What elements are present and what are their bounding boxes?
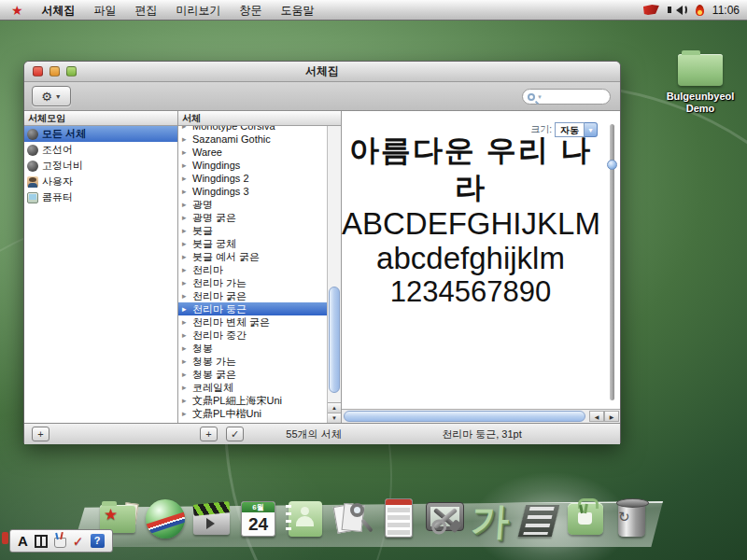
scroll-up-button[interactable]: ▲	[328, 402, 341, 413]
dock-calendar-icon[interactable]: 6월 24	[236, 496, 280, 542]
font-row[interactable]: 청봉 가는	[178, 355, 327, 368]
fonts-header: 서체	[178, 111, 341, 126]
calendar-day: 24	[242, 512, 275, 537]
quick-launch-panel: A ✓ ?	[9, 529, 113, 553]
font-row[interactable]: 文鼎PL細上海宋Uni	[178, 394, 327, 407]
system-tray: 11:06	[643, 4, 747, 17]
add-collection-button[interactable]: +	[32, 427, 49, 441]
validate-font-button[interactable]: ✓	[226, 427, 244, 441]
font-row[interactable]: 광명 굵은	[178, 211, 327, 224]
collection-computer[interactable]: 콤퓨터	[24, 189, 177, 205]
search-icon	[528, 93, 535, 101]
dock-media-player-icon[interactable]	[190, 496, 233, 542]
dock-web-browser-icon[interactable]	[143, 496, 187, 542]
desktop-icon-bulgeunbyeol-demo[interactable]: Bulgeunbyeol Demo	[655, 54, 745, 115]
red-star-menu-icon[interactable]: ★	[11, 3, 23, 18]
menu-edit[interactable]: 편집	[126, 0, 167, 21]
font-row[interactable]: 붓글 궁체	[178, 237, 327, 250]
alert-icon[interactable]	[696, 5, 704, 16]
gear-icon: ⚙	[41, 90, 52, 104]
preview-horizontal-scrollbar[interactable]: ◀ ▶	[342, 409, 620, 423]
font-list-scrollbar[interactable]: ▲ ▼	[327, 126, 341, 423]
scrollbar-thumb[interactable]	[329, 287, 340, 393]
font-globe-icon	[27, 145, 38, 156]
font-row[interactable]: 천리마 변체 굵은	[178, 315, 327, 329]
size-slider-handle[interactable]	[607, 160, 617, 170]
dock-search-icon[interactable]	[330, 496, 374, 542]
collection-all-fonts[interactable]: 모든 서체	[24, 126, 177, 142]
font-row[interactable]: Waree	[178, 146, 327, 159]
desktop: ★ 서체집 파일 편집 미리보기 창문 도움말 11:06 Bulgeunbye…	[0, 0, 747, 560]
font-row[interactable]: 광명	[178, 198, 327, 211]
flag-icon[interactable]	[643, 5, 659, 15]
add-font-button[interactable]: +	[200, 427, 218, 441]
font-list: Monotype Corsiva Sazanami Gothic Waree W…	[178, 126, 327, 423]
font-row[interactable]: Wingdings	[178, 159, 327, 172]
font-row[interactable]: 천리마 굵은	[178, 289, 327, 302]
stamp-check-icon[interactable]: ✓	[73, 534, 84, 549]
collections-column: 서체모임 모든 서체 조선어 고정너비 사용자	[24, 111, 178, 423]
search-input[interactable]: ▼	[522, 89, 611, 105]
scroll-right-button[interactable]: ▶	[604, 411, 619, 422]
dock-address-book-icon[interactable]	[283, 496, 327, 542]
titlebar[interactable]: 서체집	[24, 62, 620, 82]
font-row-selected[interactable]: 천리마 둥근	[178, 302, 327, 315]
fonts-column: 서체 Monotype Corsiva Sazanami Gothic Ware…	[178, 111, 342, 423]
font-row[interactable]: 청봉 굵은	[178, 368, 327, 381]
menu-window[interactable]: 창문	[231, 0, 272, 21]
font-globe-icon	[27, 129, 38, 140]
collection-fixed-width[interactable]: 고정너비	[24, 158, 177, 174]
preview-line-uppercase: ABCDEFGHIJKLM	[342, 206, 599, 241]
menu-app[interactable]: 서체집	[33, 0, 85, 21]
menu-file[interactable]: 파일	[85, 0, 126, 21]
font-row[interactable]: 천리마	[178, 263, 327, 276]
collection-user[interactable]: 사용자	[24, 174, 177, 189]
text-tool-icon[interactable]: A	[18, 533, 28, 549]
preview-line-lowercase: abcdefghijklm	[342, 241, 599, 275]
columns-icon[interactable]	[35, 535, 48, 548]
font-row[interactable]: 청봉	[178, 342, 327, 355]
close-button[interactable]	[33, 66, 43, 77]
font-row[interactable]: 천리마 중간	[178, 329, 327, 342]
font-row[interactable]: 文鼎PL中楷Uni	[178, 407, 327, 420]
preview-line-korean: 아름다운 우리 나라	[342, 132, 599, 206]
size-slider[interactable]	[610, 124, 614, 400]
collection-korean[interactable]: 조선어	[24, 142, 177, 158]
scroll-left-button[interactable]: ◀	[589, 411, 604, 422]
statusbar: + + ✓ 55개의 서체 천리마 둥근, 31pt	[24, 423, 620, 444]
dock-system-settings-icon[interactable]	[423, 496, 467, 542]
pencil-cup-icon[interactable]	[54, 538, 66, 548]
dock-crosswalk-icon[interactable]	[516, 496, 560, 542]
dock-stationery-icon[interactable]	[563, 496, 607, 542]
font-row[interactable]: 천리마 가는	[178, 276, 327, 289]
volume-icon[interactable]	[668, 5, 687, 15]
menubar: ★ 서체집 파일 편집 미리보기 창문 도움말 11:06	[0, 0, 747, 21]
font-row[interactable]: Wingdings 3	[178, 185, 327, 198]
scroll-down-button[interactable]: ▼	[328, 413, 341, 423]
menu-preview[interactable]: 미리보기	[167, 0, 231, 21]
menu-help[interactable]: 도움말	[272, 0, 324, 21]
font-row[interactable]: 붓글	[178, 224, 327, 237]
dock-font-tool-icon[interactable]: 가	[470, 496, 514, 542]
window-title: 서체집	[24, 62, 620, 81]
font-row[interactable]: 코레일체	[178, 381, 327, 394]
clock[interactable]: 11:06	[712, 4, 740, 17]
zoom-button[interactable]	[66, 66, 77, 77]
minimize-button[interactable]	[49, 66, 60, 77]
dock-calculator-icon[interactable]	[376, 496, 420, 542]
search-options-chevron-icon: ▼	[537, 94, 543, 100]
action-gear-button[interactable]: ⚙ ▼	[32, 86, 71, 106]
font-preview-text: 아름다운 우리 나라 ABCDEFGHIJKLM abcdefghijklm 1…	[342, 132, 599, 309]
font-row[interactable]: Wingdings 2	[178, 172, 327, 185]
panel-handle[interactable]	[2, 532, 8, 544]
collections-header: 서체모임	[24, 111, 177, 126]
scrollbar-thumb[interactable]	[344, 411, 585, 422]
preview-line-digits: 1234567890	[342, 275, 599, 309]
help-icon[interactable]: ?	[91, 534, 105, 548]
computer-icon	[27, 192, 38, 203]
calendar-month: 6월	[242, 502, 275, 512]
font-row[interactable]: Sazanami Gothic	[178, 133, 327, 146]
font-row[interactable]: 붓글 예서 굵은	[178, 250, 327, 263]
dock-trash-icon[interactable]: ↻	[610, 496, 654, 542]
font-row[interactable]: Monotype Corsiva	[178, 126, 327, 133]
